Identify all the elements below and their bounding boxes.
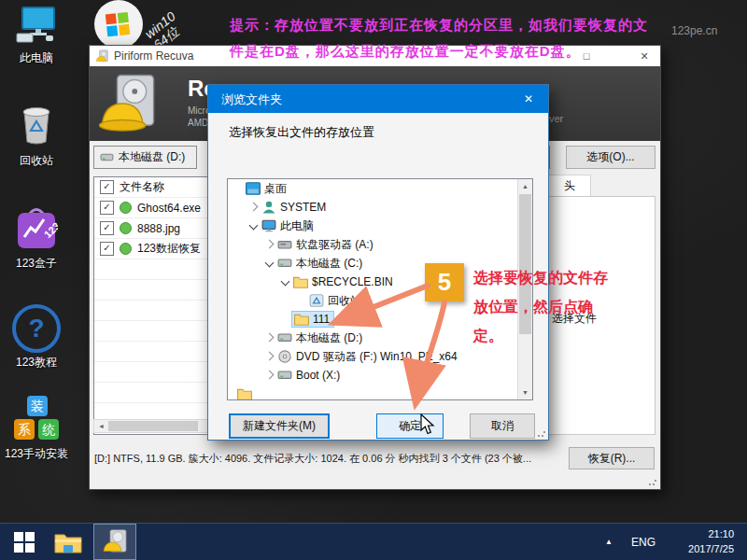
options-button[interactable]: 选项(O)...	[566, 146, 655, 169]
recoverable-state-icon	[120, 243, 132, 255]
browse-folder-dialog: 浏览文件夹 ✕ 选择恢复出文件的存放位置 桌面 SYSTEM 此电脑	[207, 84, 549, 441]
recycle-bin-icon	[17, 103, 56, 147]
recoverable-state-icon	[120, 202, 132, 214]
tree-item-system[interactable]: SYSTEM	[228, 198, 532, 217]
scroll-up-icon[interactable]: ▲	[518, 179, 532, 193]
file-row[interactable]: ✓ Ghost64.exe	[94, 198, 214, 218]
hscroll-thumb[interactable]	[108, 421, 198, 431]
drive-selector[interactable]: 本地磁盘 (D:)	[93, 146, 197, 169]
tree-item-desktop[interactable]: 桌面	[228, 179, 532, 198]
desktop-icon-label: 此电脑	[0, 50, 73, 66]
scroll-down-icon[interactable]: ▼	[518, 385, 532, 399]
desktop: win10 64位 此电脑 回收站 123 123盒子 ? 12	[0, 0, 747, 560]
question-mark-icon: ?	[12, 304, 61, 353]
dialog-close-icon[interactable]: ✕	[518, 90, 539, 108]
taskbar-clock[interactable]: 21:10 2017/7/25	[650, 526, 734, 556]
desktop-icon-123-box[interactable]: 123 123盒子	[0, 205, 73, 272]
desktop-icon-recycle-bin[interactable]: 回收站	[0, 103, 73, 169]
file-checkbox[interactable]: ✓	[100, 221, 114, 235]
taskbar-explorer-button[interactable]	[49, 524, 88, 560]
desktop-folder-icon	[246, 182, 261, 195]
file-row[interactable]: ✓ 123数据恢复	[94, 239, 214, 259]
file-list-header: 文件名称	[120, 179, 164, 195]
recuva-header-fragment: ver	[549, 113, 563, 124]
dialog-prompt: 选择恢复出文件的存放位置	[229, 124, 374, 141]
folder-icon	[293, 275, 308, 288]
start-button[interactable]	[6, 524, 43, 560]
install-squares-icon: 装 系 统	[12, 396, 61, 444]
expander-slot	[279, 314, 291, 326]
tree-item-this-pc[interactable]: 此电脑	[228, 217, 532, 235]
windows-logo-icon	[13, 531, 35, 553]
file-checkbox[interactable]: ✓	[100, 201, 114, 215]
taskbar-recuva-button[interactable]	[93, 524, 136, 560]
dvd-icon	[277, 350, 292, 363]
file-checkbox[interactable]: ✓	[100, 242, 114, 256]
floppy-drive-icon	[277, 238, 292, 251]
recuva-status-row: [D:] NTFS, 11.9 GB. 簇大小: 4096. 文件记录大小: 1…	[90, 445, 660, 469]
folder-tree: 桌面 SYSTEM 此电脑 软盘驱动器 (A:) 本地磁盘 (C:)	[227, 178, 533, 400]
select-all-checkbox[interactable]: ✓	[100, 180, 114, 194]
dialog-title: 浏览文件夹	[221, 91, 282, 108]
computer-icon	[261, 219, 276, 232]
desktop-icon-this-pc[interactable]: 此电脑	[0, 6, 73, 66]
chevron-closed-icon[interactable]	[263, 351, 275, 363]
desktop-icon-123-tutorial[interactable]: ? 123教程	[0, 304, 73, 371]
tree-item-dvd-f[interactable]: DVD 驱动器 (F:) Win10_PE_x64	[228, 347, 532, 366]
ok-button[interactable]: 确定	[376, 413, 444, 439]
drive-icon	[277, 331, 292, 344]
chevron-open-icon[interactable]	[263, 258, 275, 270]
clock-time: 21:10	[650, 526, 734, 541]
win10-logo-icon	[93, 0, 144, 50]
recuva-logo-icon	[99, 74, 157, 133]
recover-button[interactable]: 恢复(R)...	[569, 447, 655, 469]
dialog-titlebar[interactable]: 浏览文件夹 ✕	[208, 85, 548, 113]
chevron-closed-icon[interactable]	[247, 202, 260, 214]
window-title: Piriform Recuva	[114, 49, 193, 63]
tree-vscrollbar[interactable]: ▲ ▼	[517, 179, 532, 399]
123-box-icon: 123	[15, 205, 58, 250]
desktop-icon-label: 123盒子	[0, 256, 73, 272]
tray-expand-icon[interactable]: ▲	[605, 524, 613, 560]
file-list-hscrollbar[interactable]: ◄	[93, 419, 214, 433]
taskbar: ▲ ENG 21:10 2017/7/25	[0, 523, 747, 560]
recycle-small-icon	[309, 294, 324, 307]
recuva-app-icon	[95, 49, 109, 63]
watermark: 123pe.cn	[671, 24, 717, 37]
desktop-icon-label: 回收站	[0, 153, 73, 169]
scroll-left-icon[interactable]: ◄	[95, 420, 107, 432]
new-folder-button[interactable]: 新建文件夹(M)	[229, 413, 330, 439]
dialog-resize-grip[interactable]	[537, 428, 546, 438]
expander-slot	[295, 295, 307, 307]
cancel-button[interactable]: 取消	[470, 413, 535, 439]
folder-icon	[237, 387, 252, 400]
annotation-tip-line1: 提示：存放位置不要放到正在恢复的分区里，如我们要恢复的文	[230, 17, 648, 35]
annotation-note-line3: 定。	[473, 327, 503, 346]
chevron-open-icon[interactable]	[279, 276, 291, 288]
drive-icon	[100, 152, 114, 162]
tree-item-boot-x[interactable]: Boot (X:)	[228, 366, 532, 385]
annotation-note-line1: 选择要恢复的文件存	[473, 269, 608, 288]
file-row[interactable]: ✓ 8888.jpg	[94, 218, 214, 239]
close-button[interactable]: ✕	[632, 49, 656, 64]
expander-slot	[232, 183, 244, 195]
annotation-tip-line2: 件是在D盘，那么这里的存放位置一定不要放在D盘。	[230, 43, 581, 61]
chevron-closed-icon[interactable]	[263, 332, 275, 344]
folder-icon	[294, 313, 309, 326]
tree-item-floppy-a[interactable]: 软盘驱动器 (A:)	[228, 235, 532, 254]
recuva-taskbar-icon	[102, 529, 128, 555]
desktop-icon-123-manual-install[interactable]: 装 系 统 123手动安装	[0, 396, 73, 462]
annotation-note-line2: 放位置，然后点确	[473, 298, 593, 317]
chevron-closed-icon[interactable]	[263, 239, 275, 251]
clock-date: 2017/7/25	[650, 541, 734, 556]
drive-selector-value: 本地磁盘 (D:)	[119, 149, 185, 165]
drive-icon	[277, 369, 292, 382]
chevron-open-icon[interactable]	[247, 220, 260, 232]
user-icon	[261, 201, 276, 214]
file-list-header-row: ✓ 文件名称	[94, 177, 214, 198]
window-resize-grip[interactable]	[648, 477, 657, 486]
desktop-icon-label: 123教程	[0, 355, 73, 371]
tab-header[interactable]: 头	[548, 175, 591, 196]
chevron-closed-icon[interactable]	[263, 370, 275, 382]
tree-item-partial[interactable]	[228, 385, 532, 400]
